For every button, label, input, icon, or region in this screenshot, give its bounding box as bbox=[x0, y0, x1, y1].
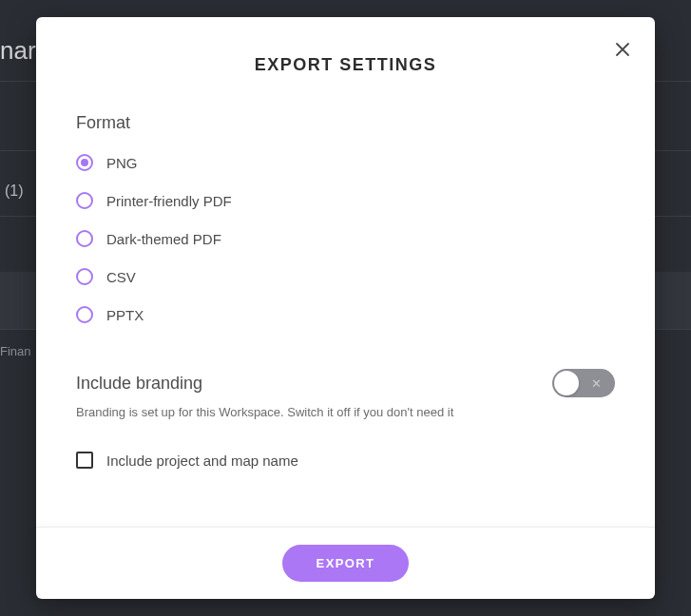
bg-text: nar bbox=[0, 36, 36, 66]
format-radio-group: PNG Printer-friendly PDF Dark-themed PDF… bbox=[76, 154, 615, 323]
radio-icon bbox=[76, 192, 93, 209]
bg-text: Finan bbox=[0, 344, 31, 358]
radio-label: CSV bbox=[106, 269, 136, 285]
toggle-off-icon: ✕ bbox=[591, 377, 602, 390]
branding-description: Branding is set up for this Workspace. S… bbox=[76, 405, 615, 419]
format-option-dark-pdf[interactable]: Dark-themed PDF bbox=[76, 230, 615, 247]
radio-label: Dark-themed PDF bbox=[106, 231, 221, 247]
format-section-title: Format bbox=[76, 113, 615, 133]
modal-title: EXPORT SETTINGS bbox=[36, 55, 655, 75]
radio-label: PPTX bbox=[106, 307, 144, 323]
radio-label: PNG bbox=[106, 155, 138, 171]
modal-header: EXPORT SETTINGS bbox=[36, 17, 655, 85]
toggle-knob bbox=[554, 371, 579, 395]
modal-footer: EXPORT bbox=[36, 527, 655, 599]
radio-icon bbox=[76, 306, 93, 323]
close-icon bbox=[615, 42, 630, 57]
checkbox-icon bbox=[76, 452, 93, 469]
export-settings-modal: EXPORT SETTINGS Format PNG Printer-frien… bbox=[36, 17, 655, 599]
format-option-pptx[interactable]: PPTX bbox=[76, 306, 615, 323]
checkbox-label: Include project and map name bbox=[106, 452, 298, 469]
format-option-png[interactable]: PNG bbox=[76, 154, 615, 171]
modal-body: Format PNG Printer-friendly PDF Dark-the… bbox=[36, 85, 655, 527]
format-option-csv[interactable]: CSV bbox=[76, 268, 615, 285]
radio-icon bbox=[76, 154, 93, 171]
radio-label: Printer-friendly PDF bbox=[106, 193, 232, 209]
radio-icon bbox=[76, 230, 93, 247]
branding-toggle[interactable]: ✕ bbox=[552, 369, 615, 397]
branding-row: Include branding ✕ bbox=[76, 369, 615, 397]
close-button[interactable] bbox=[609, 36, 636, 63]
format-option-printer-pdf[interactable]: Printer-friendly PDF bbox=[76, 192, 615, 209]
radio-icon bbox=[76, 268, 93, 285]
export-button[interactable]: EXPORT bbox=[282, 545, 410, 582]
branding-title: Include branding bbox=[76, 374, 202, 394]
include-project-map-checkbox[interactable]: Include project and map name bbox=[76, 452, 615, 469]
bg-text: (1) bbox=[5, 183, 24, 200]
